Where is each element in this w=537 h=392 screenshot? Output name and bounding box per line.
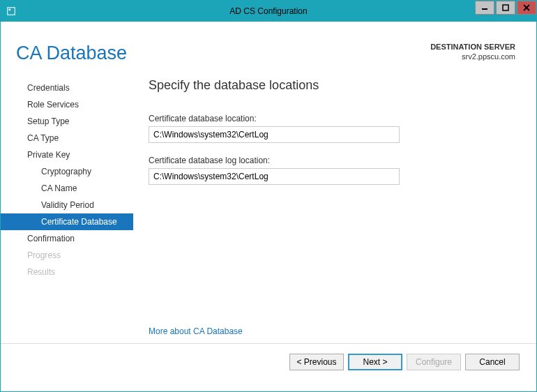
- sidebar-item-ca-name[interactable]: CA Name: [1, 180, 133, 197]
- next-button[interactable]: Next >: [348, 354, 402, 370]
- sidebar-item-certificate-database[interactable]: Certificate Database: [1, 213, 133, 230]
- db-log-location-input[interactable]: [149, 168, 400, 185]
- sidebar-item-confirmation[interactable]: Confirmation: [1, 230, 133, 247]
- minimize-button[interactable]: [475, 1, 494, 15]
- cancel-button[interactable]: Cancel: [465, 354, 520, 370]
- sidebar-item-role-services[interactable]: Role Services: [1, 96, 133, 113]
- svg-rect-1: [9, 9, 11, 11]
- footer: < Previous Next > Configure Cancel: [1, 343, 536, 380]
- previous-button[interactable]: < Previous: [289, 354, 344, 370]
- more-about-link[interactable]: More about CA Database: [149, 326, 243, 336]
- window-title: AD CS Configuration: [1, 6, 536, 16]
- sidebar-item-validity-period[interactable]: Validity Period: [1, 197, 133, 213]
- sidebar-item-results: Results: [1, 264, 133, 280]
- destination-label: DESTINATION SERVER: [430, 43, 515, 51]
- sidebar-item-setup-type[interactable]: Setup Type: [1, 113, 133, 130]
- destination-server: DESTINATION SERVER srv2.ppscu.com: [430, 43, 515, 64]
- main-heading: Specify the database locations: [149, 78, 515, 93]
- configure-button[interactable]: Configure: [407, 354, 461, 370]
- db-log-location-label: Certificate database log location:: [149, 156, 515, 165]
- sidebar-item-credentials[interactable]: Credentials: [1, 80, 133, 96]
- window-controls: [474, 1, 536, 16]
- sidebar-item-cryptography[interactable]: Cryptography: [1, 163, 133, 180]
- sidebar-item-progress: Progress: [1, 247, 133, 264]
- svg-rect-0: [8, 8, 15, 15]
- svg-rect-3: [503, 5, 508, 10]
- header: CA Database DESTINATION SERVER srv2.ppsc…: [1, 22, 536, 71]
- wizard-sidebar: CredentialsRole ServicesSetup TypeCA Typ…: [1, 71, 133, 343]
- sidebar-item-private-key[interactable]: Private Key: [1, 146, 133, 163]
- main-panel: Specify the database locations Certifica…: [133, 71, 536, 343]
- close-button[interactable]: [517, 1, 536, 15]
- sidebar-item-ca-type[interactable]: CA Type: [1, 130, 133, 146]
- page-title: CA Database: [16, 43, 127, 64]
- app-icon: [1, 1, 22, 22]
- db-location-input[interactable]: [149, 126, 400, 143]
- db-location-label: Certificate database location:: [149, 114, 515, 123]
- maximize-button[interactable]: [496, 1, 515, 15]
- titlebar: AD CS Configuration: [1, 1, 536, 22]
- destination-value: srv2.ppscu.com: [430, 52, 515, 61]
